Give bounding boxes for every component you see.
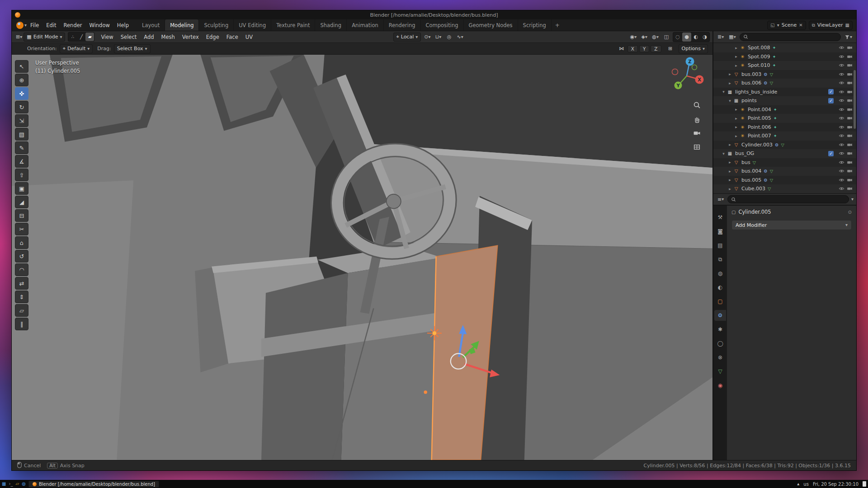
properties-tab-modifiers[interactable]: ⚙: [714, 310, 726, 321]
properties-editor-button[interactable]: ≡▾: [716, 195, 725, 204]
properties-tab-object-data[interactable]: ▽: [714, 366, 726, 377]
shading-wireframe-button[interactable]: ◌: [673, 33, 682, 42]
tool-measure[interactable]: ∡: [15, 155, 28, 168]
tool-smooth[interactable]: ◠: [15, 263, 28, 276]
drag-dropdown[interactable]: Select Box ▾: [114, 44, 151, 53]
zoom-button[interactable]: [692, 100, 702, 110]
gizmo-neg-x-ball[interactable]: [672, 69, 678, 75]
mirror-axis-z[interactable]: Z: [651, 45, 661, 52]
outliner-editor-button[interactable]: ≣▾: [716, 33, 725, 42]
camera-icon[interactable]: [847, 168, 853, 174]
proportional-falloff-button[interactable]: ∿▾: [456, 33, 465, 42]
eye-icon[interactable]: [839, 107, 844, 113]
options-dropdown[interactable]: Options ▾: [679, 44, 708, 53]
eye-icon[interactable]: [839, 115, 844, 121]
gizmo-neg-y-ball[interactable]: [692, 65, 697, 70]
collection-checkbox[interactable]: ✓: [828, 98, 834, 103]
camera-icon[interactable]: [847, 54, 853, 60]
disclosure-icon[interactable]: ▸: [733, 116, 739, 121]
orthographic-grid-button[interactable]: [692, 142, 702, 152]
eye-icon[interactable]: [839, 71, 844, 77]
blender-logo-icon[interactable]: [16, 22, 24, 29]
mirror-axis-x[interactable]: X: [627, 45, 638, 52]
camera-icon[interactable]: [847, 107, 853, 113]
outliner-row-bus-003[interactable]: ▸▽bus.003⚙▽: [713, 70, 856, 79]
workspace-tab-shading[interactable]: Shading: [315, 19, 347, 31]
add-modifier-button[interactable]: Add Modifier ▾: [731, 220, 852, 230]
properties-tab-material[interactable]: ◉: [714, 380, 726, 391]
workspace-tab-sculpting[interactable]: Sculpting: [199, 19, 234, 31]
camera-icon[interactable]: [847, 160, 853, 165]
eye-icon[interactable]: [839, 133, 844, 139]
eye-icon[interactable]: [839, 98, 844, 103]
outliner-row-point-006[interactable]: ▸✳Point.006✦: [713, 123, 856, 132]
viewlayer-new-icon[interactable]: ▦: [845, 23, 849, 28]
scene-unlink-icon[interactable]: ✕: [799, 23, 802, 28]
properties-tab-view-layer[interactable]: ⧉: [714, 254, 726, 265]
disclosure-icon[interactable]: ▸: [733, 125, 739, 129]
viewport-3d[interactable]: User Perspective (11) Cylinder.005 ↖⊕✜↻⇲…: [12, 55, 712, 460]
scene-selector[interactable]: ◱ ▾ Scene ✕: [767, 21, 806, 30]
workspace-tab-rendering[interactable]: Rendering: [384, 19, 421, 31]
workspace-tab-geometry-nodes[interactable]: Geometry Nodes: [464, 19, 518, 31]
camera-icon[interactable]: [847, 142, 853, 148]
workspace-tab-layout[interactable]: Layout: [137, 19, 165, 31]
orientation-default-dropdown[interactable]: ⌖ Default ▾: [60, 44, 93, 53]
camera-icon[interactable]: [847, 186, 853, 192]
keyboard-layout-indicator[interactable]: us: [803, 482, 809, 487]
window-titlebar[interactable]: Blender [/home/amalie/Desktop/blender/bu…: [12, 10, 856, 19]
tool-select-box[interactable]: ↖: [15, 60, 28, 73]
workspace-tab-scripting[interactable]: Scripting: [518, 19, 552, 31]
snap-toggle-button[interactable]: ⊔▾: [434, 33, 443, 42]
disclosure-icon[interactable]: ▸: [727, 178, 733, 182]
viewport-menu-edge[interactable]: Edge: [203, 33, 223, 42]
collection-checkbox[interactable]: ✓: [828, 89, 834, 94]
properties-tab-physics[interactable]: ◯: [714, 338, 726, 349]
camera-icon[interactable]: [847, 89, 853, 95]
disclosure-icon[interactable]: ▸: [733, 54, 739, 59]
outliner-row-spot-009[interactable]: ▸✳Spot.009✦: [713, 52, 856, 61]
properties-tab-particles[interactable]: ✱: [714, 324, 726, 335]
outliner-row-point-005[interactable]: ▸✳Point.005✦: [713, 114, 856, 123]
pin-icon[interactable]: ⊙: [848, 210, 852, 215]
outliner-row-points[interactable]: ▾▦points✓: [713, 96, 856, 105]
properties-options-chevron-icon[interactable]: ▾: [851, 197, 854, 202]
tool-edge-slide[interactable]: ⇄: [15, 277, 28, 290]
tool-bevel[interactable]: ◢: [15, 196, 28, 208]
pan-hand-button[interactable]: [692, 114, 702, 124]
viewport-menu-face[interactable]: Face: [223, 33, 242, 42]
tool-scale[interactable]: ⇲: [15, 114, 28, 127]
show-gizmo-button[interactable]: ◈▾: [640, 33, 649, 42]
mode-dropdown[interactable]: ▦ Edit Mode ▾: [24, 33, 65, 42]
viewport-menu-uv[interactable]: UV: [242, 33, 256, 42]
editor-type-button[interactable]: ⊞▾: [14, 33, 24, 42]
menu-file[interactable]: File: [27, 21, 42, 30]
taskbar-apps-icon[interactable]: ▦: [2, 482, 6, 486]
outliner-row-bus-005[interactable]: ▸▽bus.005⚙▽: [713, 176, 856, 185]
camera-icon[interactable]: [847, 98, 853, 103]
camera-icon[interactable]: [847, 45, 853, 51]
disclosure-icon[interactable]: ▸: [727, 72, 733, 76]
outliner-row-spot-008[interactable]: ▸✳Spot.008✦: [713, 43, 856, 52]
eye-icon[interactable]: [839, 89, 844, 95]
outliner-row-point-007[interactable]: ▸✳Point.007✦: [713, 131, 856, 141]
taskbar-browser-icon[interactable]: ◍: [22, 482, 26, 486]
camera-view-button[interactable]: [692, 128, 702, 138]
tool-transform[interactable]: ▧: [15, 128, 28, 141]
camera-icon[interactable]: [847, 115, 853, 121]
viewport-menu-add[interactable]: Add: [140, 33, 157, 42]
show-visibilities-button[interactable]: ◉▾: [629, 33, 638, 42]
properties-tab-tool[interactable]: ⚒: [714, 212, 726, 223]
edge-select-button[interactable]: ╱: [77, 33, 85, 41]
viewport-menu-view[interactable]: View: [97, 33, 117, 42]
outliner-scrollbar[interactable]: [854, 70, 856, 129]
tool-move[interactable]: ✜: [15, 87, 28, 100]
tool-shrink-fatten[interactable]: ⇕: [15, 291, 28, 303]
outliner-row-bus-006[interactable]: ▸▽bus.006⚙▽: [713, 79, 856, 88]
tool-spin[interactable]: ↺: [15, 250, 28, 263]
eye-icon[interactable]: [839, 80, 844, 86]
outliner-row-point-004[interactable]: ▸✳Point.004✦: [713, 105, 856, 114]
workspace-tab-texture-paint[interactable]: Texture Paint: [271, 19, 315, 31]
outliner-display-mode-button[interactable]: ▦▾: [727, 33, 737, 42]
viewport-menu-mesh[interactable]: Mesh: [158, 33, 179, 42]
